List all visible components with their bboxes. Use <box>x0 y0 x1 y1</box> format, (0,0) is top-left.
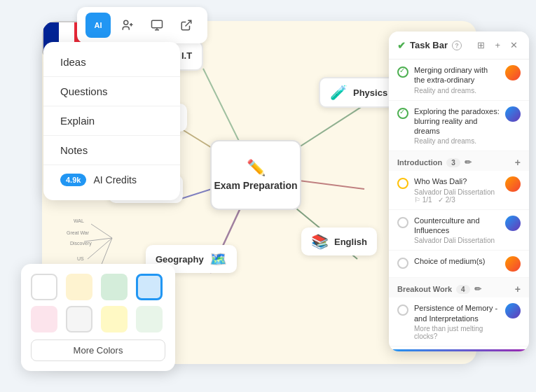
branch-node-physics[interactable]: 🧪 Physics <box>319 77 399 108</box>
task-item[interactable]: Choice of medium(s) <box>389 251 529 278</box>
task-item[interactable]: Who Was Dali? Salvador Dali Dissertation… <box>389 171 529 209</box>
task-content: Counterculture and Influences Salvador D… <box>414 216 500 245</box>
task-check-done <box>397 66 408 78</box>
task-count-info: ⚐ 1/1 ✓ 2/3 <box>414 196 500 204</box>
central-node-icon: ✏️ <box>247 159 266 177</box>
task-close-button[interactable]: ✕ <box>507 38 521 52</box>
svg-text:US: US <box>77 256 84 261</box>
section-badge: 3 <box>446 158 460 167</box>
task-add-button[interactable]: + <box>492 38 503 52</box>
task-avatar <box>505 216 521 231</box>
task-item[interactable]: Counterculture and Influences Salvador D… <box>389 210 529 251</box>
task-check-icon: ✔ <box>397 40 406 51</box>
colors-panel: More Colors <box>21 264 175 371</box>
color-swatch-6[interactable] <box>101 306 128 332</box>
left-panel-item-questions[interactable]: Questions <box>43 77 180 106</box>
add-person-button[interactable] <box>115 13 140 38</box>
task-panel: ✔ Task Bar ? ⊞ + ✕ Merging ordinary with… <box>389 31 529 351</box>
task-check <box>397 304 408 316</box>
task-check <box>397 217 408 228</box>
svg-rect-27 <box>152 20 163 28</box>
task-content: Merging ordinary with the extra-ordinary… <box>414 65 500 94</box>
left-panel-item-explain[interactable]: Explain <box>43 106 180 136</box>
task-section-breakout: Breakout Work 4 ✏ + <box>389 278 529 298</box>
task-content: Persistence of Memory - and Interpretati… <box>414 303 500 340</box>
task-check-partial <box>397 178 408 189</box>
toolbar: AI <box>77 7 207 43</box>
ai-credits-label: AI Credits <box>93 174 136 186</box>
task-avatar <box>505 106 521 122</box>
svg-text:Discovery: Discovery <box>70 241 92 246</box>
pencil-icon[interactable]: ✏ <box>474 284 481 294</box>
left-panel: Ideas Questions Explain Notes 4.9k AI Cr… <box>43 42 180 200</box>
svg-text:Great War: Great War <box>67 230 90 235</box>
task-title: Counterculture and Influences <box>414 216 500 236</box>
color-swatch-1[interactable] <box>66 274 92 300</box>
section-label: Breakout Work <box>397 285 452 293</box>
info-icon: ? <box>452 41 462 50</box>
task-check <box>397 258 408 269</box>
task-panel-actions: ⊞ + ✕ <box>474 38 521 52</box>
central-node[interactable]: ✏️ Exam Preparation <box>210 140 301 210</box>
task-grid-button[interactable]: ⊞ <box>474 38 488 52</box>
svg-line-7 <box>91 224 112 238</box>
task-item[interactable]: Merging ordinary with the extra-ordinary… <box>389 59 529 101</box>
task-subtitle: Salvador Dali Dissertation <box>414 237 500 244</box>
share-button[interactable] <box>174 13 199 38</box>
svg-line-9 <box>88 238 112 259</box>
branch-node-english[interactable]: 📚 English <box>301 227 377 255</box>
geography-icon: 🗺️ <box>209 251 227 267</box>
task-panel-title: ✔ Task Bar ? <box>397 40 462 51</box>
color-swatch-2[interactable] <box>101 274 128 300</box>
task-section-introduction: Introduction 3 ✏ + <box>389 151 529 171</box>
left-panel-item-ideas[interactable]: Ideas <box>43 48 180 77</box>
svg-point-24 <box>124 20 128 24</box>
presentation-button[interactable] <box>144 13 170 38</box>
color-swatch-7[interactable] <box>136 306 163 332</box>
ai-credits-badge: 4.9k <box>60 174 86 186</box>
task-title: Choice of medium(s) <box>414 256 500 266</box>
task-content: Who Was Dali? Salvador Dali Dissertation… <box>414 176 500 203</box>
task-subtitle: Salvador Dali Dissertation <box>414 188 500 196</box>
task-panel-body: Merging ordinary with the extra-ordinary… <box>389 59 529 346</box>
task-item[interactable]: Exploring the paradoxes: blurring realit… <box>389 101 529 152</box>
section-add-button[interactable]: + <box>515 284 521 295</box>
task-avatar <box>505 65 521 80</box>
svg-line-30 <box>186 20 191 26</box>
color-grid <box>31 274 165 332</box>
svg-text:WAL: WAL <box>74 218 84 223</box>
task-panel-title-label: Task Bar <box>410 40 448 50</box>
pencil-icon[interactable]: ✏ <box>465 158 472 167</box>
color-swatch-4[interactable] <box>31 306 57 332</box>
central-node-label: Exam Preparation <box>214 180 297 191</box>
english-icon: 📚 <box>311 233 329 250</box>
color-swatch-3[interactable] <box>136 274 163 300</box>
task-content: Exploring the paradoxes: blurring realit… <box>414 106 500 146</box>
task-item[interactable]: Persistence of Memory - and Interpretati… <box>389 298 529 346</box>
task-subtitle: Reality and dreams. <box>414 137 500 145</box>
physics-label: Physics <box>353 88 387 98</box>
ai-button[interactable]: AI <box>85 13 111 38</box>
section-badge: 4 <box>456 285 470 294</box>
svg-line-8 <box>84 238 112 241</box>
physics-icon: 🧪 <box>330 84 348 101</box>
section-label: Introduction <box>397 158 442 167</box>
color-swatch-5[interactable] <box>66 306 92 332</box>
task-avatar <box>505 256 521 272</box>
section-add-button[interactable]: + <box>515 157 521 168</box>
task-title: Who Was Dali? <box>414 176 500 186</box>
more-colors-button[interactable]: More Colors <box>31 340 165 361</box>
task-avatar <box>505 176 521 192</box>
ai-credits-row: 4.9k AI Credits <box>43 165 180 195</box>
task-title: Persistence of Memory - and Interpretati… <box>414 303 500 323</box>
left-panel-item-notes[interactable]: Notes <box>43 136 180 165</box>
task-title: Exploring the paradoxes: blurring realit… <box>414 106 500 136</box>
task-panel-header: ✔ Task Bar ? ⊞ + ✕ <box>389 31 529 59</box>
task-panel-bottom-bar <box>389 349 529 351</box>
task-content: Choice of medium(s) <box>414 256 500 266</box>
it-label: I.T <box>181 50 192 61</box>
task-avatar <box>505 303 521 318</box>
task-subtitle: Reality and dreams. <box>414 87 500 94</box>
color-swatch-0[interactable] <box>31 274 57 300</box>
task-subtitle: More than just melting clocks? <box>414 325 500 340</box>
